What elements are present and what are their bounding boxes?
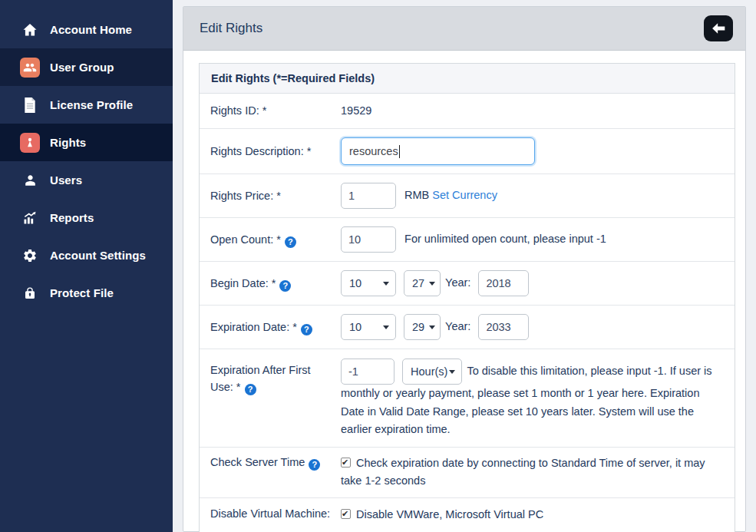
help-icon[interactable]: ? bbox=[301, 324, 312, 335]
chevron-down-icon bbox=[383, 282, 389, 286]
currency-label: RMB bbox=[404, 189, 429, 201]
rights-id-label: Rights ID: * bbox=[210, 103, 341, 120]
form-title: Edit Rights (*=Required Fields) bbox=[200, 64, 735, 94]
begin-year-input[interactable] bbox=[478, 270, 529, 296]
card-header: Edit Rights bbox=[183, 7, 745, 51]
open-count-label: Open Count: *? bbox=[210, 232, 341, 249]
time-unit-dropdown[interactable]: Hour(s) bbox=[402, 359, 462, 385]
sidebar-item-label: Protect File bbox=[50, 286, 114, 299]
card-body: Edit Rights (*=Required Fields) Rights I… bbox=[183, 51, 745, 532]
sidebar-item-label: Account Settings bbox=[50, 249, 146, 262]
back-button[interactable] bbox=[704, 15, 733, 41]
main-content: Edit Rights Edit Rights (*=Required Fiel… bbox=[173, 0, 756, 532]
edit-rights-card: Edit Rights Edit Rights (*=Required Fiel… bbox=[183, 6, 746, 532]
rights-description-row: Rights Description: * resources bbox=[200, 129, 735, 174]
begin-month-select[interactable]: 10 bbox=[341, 270, 396, 296]
chevron-down-icon bbox=[383, 325, 389, 329]
help-icon[interactable]: ? bbox=[279, 280, 291, 292]
expiration-after-first-use-label: Expiration After First Use: *? bbox=[210, 359, 341, 396]
text-cursor bbox=[399, 145, 400, 158]
sidebar-item-rights[interactable]: Rights bbox=[0, 124, 173, 161]
sidebar-item-label: License Profile bbox=[50, 98, 133, 111]
sidebar-item-license-profile[interactable]: License Profile bbox=[0, 86, 173, 124]
check-server-time-checkbox[interactable] bbox=[341, 458, 351, 468]
expiration-day-select[interactable]: 29 bbox=[404, 314, 441, 340]
help-icon[interactable]: ? bbox=[285, 236, 296, 248]
sidebar-item-account-settings[interactable]: Account Settings bbox=[0, 236, 173, 274]
home-icon bbox=[20, 20, 40, 40]
protect-file-icon bbox=[20, 283, 40, 303]
year-label: Year: bbox=[445, 276, 470, 289]
begin-day-select[interactable]: 27 bbox=[404, 270, 441, 296]
expiration-after-first-use-input[interactable] bbox=[341, 359, 395, 385]
edit-rights-form: Edit Rights (*=Required Fields) Rights I… bbox=[199, 63, 735, 532]
open-count-row: Open Count: *? For unlimited open count,… bbox=[200, 218, 735, 262]
rights-id-value: 19529 bbox=[341, 104, 371, 117]
expiration-month-select[interactable]: 10 bbox=[341, 314, 396, 340]
sidebar-item-label: User Group bbox=[50, 61, 114, 74]
settings-icon bbox=[20, 246, 40, 266]
rights-description-label: Rights Description: * bbox=[210, 144, 341, 160]
license-profile-icon bbox=[20, 95, 40, 115]
rights-price-label: Rights Price: * bbox=[210, 188, 341, 205]
disable-virtual-machine-label: Disable Virtual Machine: bbox=[210, 506, 341, 523]
open-count-input[interactable] bbox=[341, 226, 396, 253]
expiration-date-label: Expiration Date: *? bbox=[210, 319, 341, 336]
check-server-time-row: Check Server Time? Check expiration date… bbox=[200, 448, 735, 498]
sidebar-item-label: Reports bbox=[50, 211, 94, 224]
help-icon[interactable]: ? bbox=[309, 459, 320, 471]
user-group-icon bbox=[20, 58, 40, 78]
sidebar-item-reports[interactable]: Reports bbox=[0, 199, 173, 236]
check-server-time-label: Check Server Time? bbox=[210, 454, 341, 471]
sidebar-item-label: Users bbox=[50, 173, 82, 187]
sidebar-item-protect-file[interactable]: Protect File bbox=[0, 274, 173, 312]
chevron-down-icon bbox=[449, 370, 455, 374]
rights-price-row: Rights Price: * RMB Set Currency bbox=[200, 174, 735, 218]
reports-icon bbox=[20, 208, 40, 228]
sidebar-item-user-group[interactable]: User Group bbox=[0, 48, 173, 86]
disable-virtual-machine-row: Disable Virtual Machine: Disable VMWare,… bbox=[200, 498, 735, 532]
set-currency-link[interactable]: Set Currency bbox=[432, 189, 497, 201]
rights-description-input[interactable]: resources bbox=[341, 137, 535, 165]
expiration-year-input[interactable] bbox=[478, 314, 529, 340]
chevron-down-icon bbox=[429, 282, 435, 286]
chevron-down-icon bbox=[429, 325, 435, 329]
open-count-helper: For unlimited open count, please input -… bbox=[404, 233, 606, 245]
rights-description-text: resources bbox=[349, 143, 398, 160]
expiration-date-row: Expiration Date: *? 10 29 Year: bbox=[200, 306, 735, 349]
sidebar-item-account-home[interactable]: Account Home bbox=[0, 11, 173, 48]
expiration-after-first-use-row: Expiration After First Use: *? Hour(s) T… bbox=[200, 349, 735, 447]
expiration-after-first-use-helper: To disable this limitation, please input… bbox=[341, 365, 712, 435]
sidebar-item-users[interactable]: Users bbox=[0, 161, 173, 199]
back-arrow-icon bbox=[710, 21, 727, 36]
rights-id-row: Rights ID: * 19529 bbox=[200, 94, 735, 129]
sidebar-item-label: Account Home bbox=[50, 23, 132, 36]
disable-virtual-machine-text: Disable VMWare, Microsoft Virtual PC bbox=[356, 508, 543, 520]
rights-icon bbox=[20, 133, 40, 153]
begin-date-row: Begin Date: *? 10 27 Year: bbox=[200, 262, 735, 306]
sidebar-item-label: Rights bbox=[50, 136, 86, 149]
rights-price-input[interactable] bbox=[341, 183, 396, 209]
begin-date-label: Begin Date: *? bbox=[210, 276, 341, 292]
users-icon bbox=[20, 170, 40, 190]
year-label: Year: bbox=[445, 320, 470, 332]
disable-virtual-machine-checkbox[interactable] bbox=[341, 509, 351, 519]
sidebar: Account Home User Group License Profile … bbox=[0, 0, 173, 532]
page-title: Edit Rights bbox=[200, 21, 262, 36]
help-icon[interactable]: ? bbox=[245, 384, 256, 395]
check-server-time-text: Check expiration date by connecting to S… bbox=[341, 457, 705, 487]
